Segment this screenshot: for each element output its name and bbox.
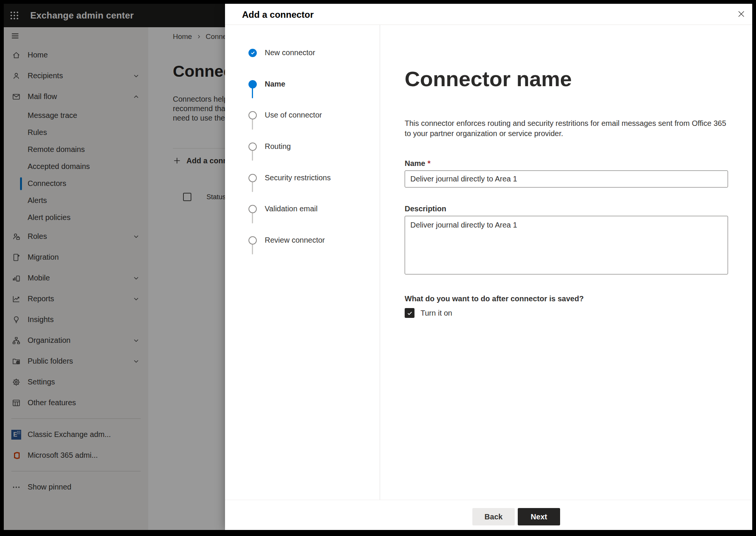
description-field-label: Description <box>405 204 730 213</box>
check-icon <box>407 310 413 316</box>
turn-it-on-label: Turn it on <box>421 309 452 318</box>
next-button[interactable]: Next <box>518 508 560 525</box>
step-security-restrictions[interactable]: Security restrictions <box>225 174 331 182</box>
dialog-title: Add a connector <box>242 9 314 20</box>
add-connector-dialog: Add a connector New connector Name Use o… <box>225 4 752 530</box>
step-todo-dot <box>248 111 257 119</box>
back-button[interactable]: Back <box>472 508 515 525</box>
required-asterisk: * <box>427 159 430 167</box>
connector-description-textarea[interactable]: Deliver journal directly to Area 1 <box>405 216 728 274</box>
step-review-connector[interactable]: Review connector <box>225 236 325 245</box>
step-validation-email[interactable]: Validation email <box>225 204 318 213</box>
close-icon <box>736 9 746 19</box>
step-todo-dot <box>248 174 257 182</box>
step-heading: Connector name <box>405 67 730 91</box>
name-field-label: Name* <box>405 159 730 167</box>
step-todo-dot <box>248 143 257 151</box>
step-routing[interactable]: Routing <box>225 142 291 151</box>
after-save-question: What do you want to do after connector i… <box>405 294 730 303</box>
connector-name-input[interactable] <box>405 170 728 187</box>
step-todo-dot <box>248 205 257 213</box>
checkbox-checked[interactable] <box>405 308 414 318</box>
wizard-steps: New connector Name Use of connector Rout… <box>225 25 380 500</box>
step-todo-dot <box>248 236 257 245</box>
step-complete-check-icon <box>248 49 257 57</box>
step-new-connector[interactable]: New connector <box>225 48 315 57</box>
dialog-footer: Back Next <box>225 500 752 530</box>
wizard-step-content: Connector name This connector enforces r… <box>380 25 752 500</box>
turn-it-on-checkbox-row[interactable]: Turn it on <box>405 308 730 318</box>
close-button[interactable] <box>736 8 747 20</box>
step-use-of-connector[interactable]: Use of connector <box>225 111 322 119</box>
step-current-dot <box>248 80 257 88</box>
screen-frame: Exchange admin center Home Recipients <box>0 0 756 536</box>
step-name[interactable]: Name <box>225 80 285 88</box>
step-description: This connector enforces routing and secu… <box>405 118 730 139</box>
